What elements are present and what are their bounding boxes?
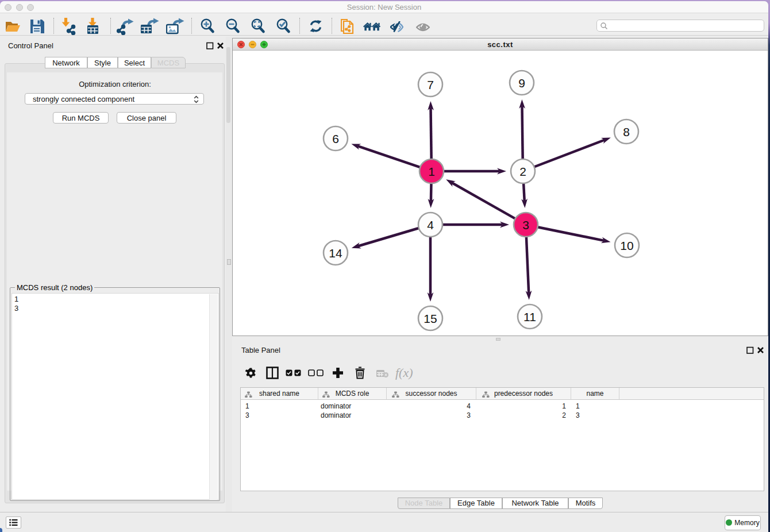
- svg-text:11: 11: [523, 310, 536, 323]
- svg-text:15: 15: [424, 312, 437, 325]
- svg-text:9: 9: [518, 76, 525, 90]
- svg-text:4: 4: [427, 218, 434, 232]
- svg-text:3: 3: [522, 218, 529, 232]
- svg-text:2: 2: [519, 165, 526, 178]
- svg-text:6: 6: [332, 132, 339, 145]
- svg-text:14: 14: [329, 246, 342, 260]
- svg-text:1: 1: [428, 165, 435, 178]
- svg-text:8: 8: [623, 125, 630, 138]
- svg-text:10: 10: [620, 239, 633, 252]
- svg-text:7: 7: [427, 78, 434, 91]
